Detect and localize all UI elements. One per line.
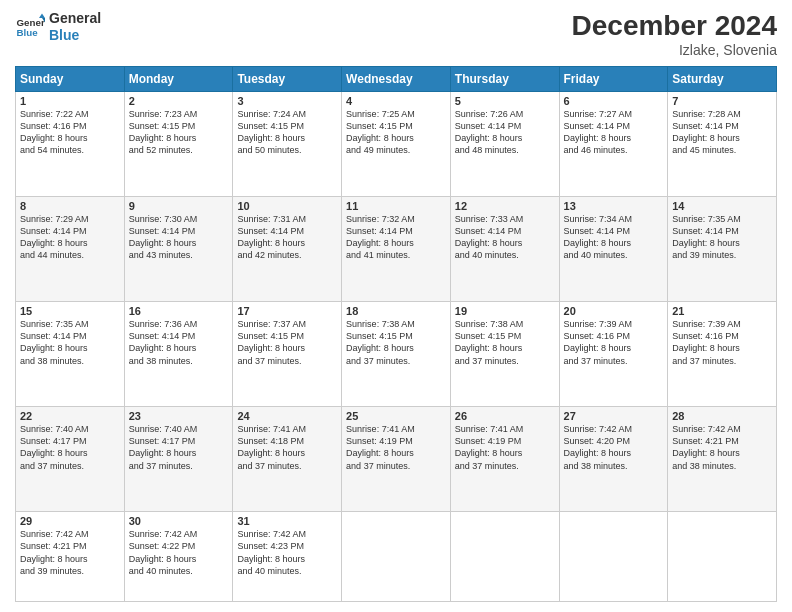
- sunrise-text: Sunrise: 7:39 AM: [672, 319, 741, 329]
- col-header-sunday: Sunday: [16, 67, 125, 92]
- calendar-cell: [342, 512, 451, 602]
- sunset-text: Sunset: 4:21 PM: [672, 436, 739, 446]
- cell-info: Sunrise: 7:38 AMSunset: 4:15 PMDaylight:…: [455, 318, 555, 367]
- sunset-text: Sunset: 4:15 PM: [455, 331, 522, 341]
- day-number: 31: [237, 515, 337, 527]
- week-row-5: 29Sunrise: 7:42 AMSunset: 4:21 PMDayligh…: [16, 512, 777, 602]
- sunrise-text: Sunrise: 7:42 AM: [20, 529, 89, 539]
- daylight-hours: Daylight: 8 hours: [237, 238, 305, 248]
- cell-info: Sunrise: 7:40 AMSunset: 4:17 PMDaylight:…: [20, 423, 120, 472]
- sunset-text: Sunset: 4:16 PM: [672, 331, 739, 341]
- cell-info: Sunrise: 7:39 AMSunset: 4:16 PMDaylight:…: [672, 318, 772, 367]
- daylight-hours: Daylight: 8 hours: [455, 343, 523, 353]
- calendar-cell: 15Sunrise: 7:35 AMSunset: 4:14 PMDayligh…: [16, 302, 125, 407]
- sunset-text: Sunset: 4:20 PM: [564, 436, 631, 446]
- day-number: 29: [20, 515, 120, 527]
- daylight-minutes: and 37 minutes.: [20, 461, 84, 471]
- calendar-cell: 26Sunrise: 7:41 AMSunset: 4:19 PMDayligh…: [450, 407, 559, 512]
- calendar-cell: 10Sunrise: 7:31 AMSunset: 4:14 PMDayligh…: [233, 197, 342, 302]
- calendar-cell: 5Sunrise: 7:26 AMSunset: 4:14 PMDaylight…: [450, 92, 559, 197]
- cell-info: Sunrise: 7:33 AMSunset: 4:14 PMDaylight:…: [455, 213, 555, 262]
- day-number: 30: [129, 515, 229, 527]
- calendar-cell: 11Sunrise: 7:32 AMSunset: 4:14 PMDayligh…: [342, 197, 451, 302]
- calendar-cell: 19Sunrise: 7:38 AMSunset: 4:15 PMDayligh…: [450, 302, 559, 407]
- calendar-cell: 29Sunrise: 7:42 AMSunset: 4:21 PMDayligh…: [16, 512, 125, 602]
- calendar-cell: 30Sunrise: 7:42 AMSunset: 4:22 PMDayligh…: [124, 512, 233, 602]
- sunset-text: Sunset: 4:14 PM: [237, 226, 304, 236]
- daylight-minutes: and 38 minutes.: [129, 356, 193, 366]
- col-header-wednesday: Wednesday: [342, 67, 451, 92]
- cell-info: Sunrise: 7:42 AMSunset: 4:23 PMDaylight:…: [237, 528, 337, 577]
- sunrise-text: Sunrise: 7:35 AM: [20, 319, 89, 329]
- logo: General Blue General Blue: [15, 10, 101, 44]
- calendar-cell: 6Sunrise: 7:27 AMSunset: 4:14 PMDaylight…: [559, 92, 668, 197]
- sunset-text: Sunset: 4:14 PM: [20, 226, 87, 236]
- header: General Blue General Blue December 2024 …: [15, 10, 777, 58]
- sunrise-text: Sunrise: 7:34 AM: [564, 214, 633, 224]
- main-title: December 2024: [572, 10, 777, 42]
- day-number: 22: [20, 410, 120, 422]
- calendar-cell: 23Sunrise: 7:40 AMSunset: 4:17 PMDayligh…: [124, 407, 233, 512]
- daylight-minutes: and 37 minutes.: [455, 356, 519, 366]
- daylight-hours: Daylight: 8 hours: [455, 133, 523, 143]
- svg-text:General: General: [17, 16, 46, 27]
- daylight-hours: Daylight: 8 hours: [455, 238, 523, 248]
- sunrise-text: Sunrise: 7:35 AM: [672, 214, 741, 224]
- sunrise-text: Sunrise: 7:29 AM: [20, 214, 89, 224]
- day-number: 2: [129, 95, 229, 107]
- sunset-text: Sunset: 4:18 PM: [237, 436, 304, 446]
- calendar-cell: 24Sunrise: 7:41 AMSunset: 4:18 PMDayligh…: [233, 407, 342, 512]
- calendar-cell: 14Sunrise: 7:35 AMSunset: 4:14 PMDayligh…: [668, 197, 777, 302]
- week-row-1: 1Sunrise: 7:22 AMSunset: 4:16 PMDaylight…: [16, 92, 777, 197]
- day-number: 28: [672, 410, 772, 422]
- daylight-hours: Daylight: 8 hours: [672, 343, 740, 353]
- sunrise-text: Sunrise: 7:28 AM: [672, 109, 741, 119]
- daylight-minutes: and 40 minutes.: [564, 250, 628, 260]
- sunrise-text: Sunrise: 7:42 AM: [672, 424, 741, 434]
- sunrise-text: Sunrise: 7:41 AM: [237, 424, 306, 434]
- sunrise-text: Sunrise: 7:36 AM: [129, 319, 198, 329]
- day-number: 16: [129, 305, 229, 317]
- day-number: 19: [455, 305, 555, 317]
- sunset-text: Sunset: 4:14 PM: [20, 331, 87, 341]
- daylight-minutes: and 37 minutes.: [672, 356, 736, 366]
- daylight-minutes: and 37 minutes.: [455, 461, 519, 471]
- cell-info: Sunrise: 7:24 AMSunset: 4:15 PMDaylight:…: [237, 108, 337, 157]
- daylight-hours: Daylight: 8 hours: [129, 133, 197, 143]
- day-number: 12: [455, 200, 555, 212]
- calendar-cell: [450, 512, 559, 602]
- cell-info: Sunrise: 7:35 AMSunset: 4:14 PMDaylight:…: [672, 213, 772, 262]
- sunset-text: Sunset: 4:23 PM: [237, 541, 304, 551]
- cell-info: Sunrise: 7:28 AMSunset: 4:14 PMDaylight:…: [672, 108, 772, 157]
- daylight-hours: Daylight: 8 hours: [129, 448, 197, 458]
- sunrise-text: Sunrise: 7:23 AM: [129, 109, 198, 119]
- daylight-minutes: and 39 minutes.: [672, 250, 736, 260]
- day-number: 1: [20, 95, 120, 107]
- day-number: 11: [346, 200, 446, 212]
- cell-info: Sunrise: 7:34 AMSunset: 4:14 PMDaylight:…: [564, 213, 664, 262]
- cell-info: Sunrise: 7:41 AMSunset: 4:19 PMDaylight:…: [346, 423, 446, 472]
- sunset-text: Sunset: 4:19 PM: [455, 436, 522, 446]
- sunrise-text: Sunrise: 7:38 AM: [455, 319, 524, 329]
- calendar-cell: 16Sunrise: 7:36 AMSunset: 4:14 PMDayligh…: [124, 302, 233, 407]
- daylight-hours: Daylight: 8 hours: [346, 238, 414, 248]
- sunset-text: Sunset: 4:16 PM: [564, 331, 631, 341]
- daylight-minutes: and 37 minutes.: [346, 461, 410, 471]
- col-header-monday: Monday: [124, 67, 233, 92]
- sunset-text: Sunset: 4:14 PM: [564, 121, 631, 131]
- calendar-cell: [668, 512, 777, 602]
- calendar-cell: 21Sunrise: 7:39 AMSunset: 4:16 PMDayligh…: [668, 302, 777, 407]
- sunrise-text: Sunrise: 7:41 AM: [455, 424, 524, 434]
- sunrise-text: Sunrise: 7:32 AM: [346, 214, 415, 224]
- day-number: 21: [672, 305, 772, 317]
- logo-blue: Blue: [49, 27, 101, 44]
- calendar-cell: 3Sunrise: 7:24 AMSunset: 4:15 PMDaylight…: [233, 92, 342, 197]
- cell-info: Sunrise: 7:25 AMSunset: 4:15 PMDaylight:…: [346, 108, 446, 157]
- day-number: 9: [129, 200, 229, 212]
- sunset-text: Sunset: 4:14 PM: [455, 226, 522, 236]
- daylight-hours: Daylight: 8 hours: [346, 448, 414, 458]
- calendar-cell: 22Sunrise: 7:40 AMSunset: 4:17 PMDayligh…: [16, 407, 125, 512]
- daylight-minutes: and 52 minutes.: [129, 145, 193, 155]
- col-header-tuesday: Tuesday: [233, 67, 342, 92]
- daylight-minutes: and 37 minutes.: [237, 461, 301, 471]
